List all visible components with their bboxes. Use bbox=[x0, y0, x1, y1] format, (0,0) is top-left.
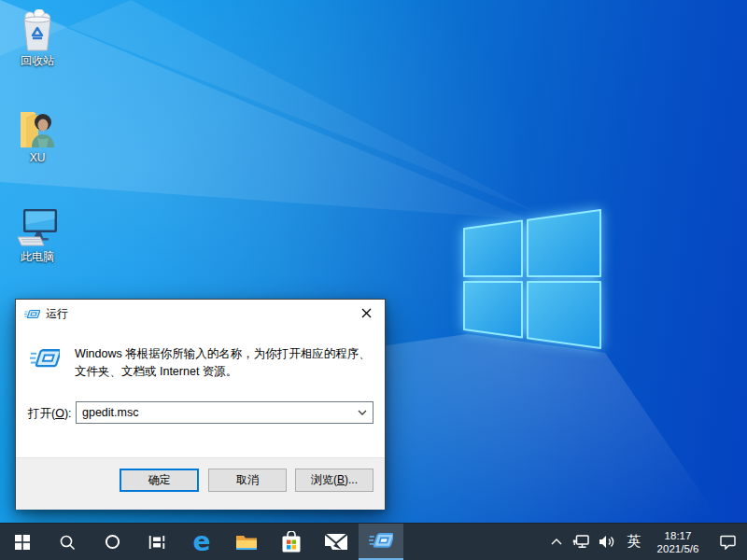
desktop-icon-label: 此电脑 bbox=[7, 250, 67, 263]
run-icon bbox=[30, 345, 60, 373]
run-dialog-description: Windows 将根据你所输入的名称，为你打开相应的程序、 文件夹、文档或 In… bbox=[75, 345, 377, 381]
file-explorer-icon bbox=[235, 533, 258, 552]
tray-time: 18:17 bbox=[665, 529, 692, 542]
description-line-2: 文件夹、文档或 Internet 资源。 bbox=[75, 363, 377, 381]
browse-button[interactable]: 浏览(B)... bbox=[295, 469, 374, 492]
action-center-icon bbox=[720, 535, 736, 550]
volume-icon bbox=[599, 535, 615, 549]
open-field-label: 打开(O): bbox=[28, 406, 72, 422]
run-dialog-titlebar[interactable]: 运行 bbox=[16, 300, 385, 328]
chevron-up-icon bbox=[551, 539, 562, 545]
tray-clock[interactable]: 18:17 2021/5/6 bbox=[648, 524, 708, 560]
desktop-icon-label: XU bbox=[7, 151, 67, 164]
start-button[interactable] bbox=[0, 524, 45, 560]
windows-desktop: 回收站 XU bbox=[0, 0, 747, 560]
ime-language-label: 英 bbox=[627, 533, 641, 551]
search-icon bbox=[59, 534, 76, 551]
edge-icon: e bbox=[193, 529, 211, 555]
open-label-suffix: ): bbox=[64, 407, 72, 420]
user-folder-icon bbox=[7, 106, 67, 149]
edge-button[interactable]: e bbox=[179, 524, 224, 560]
file-explorer-button[interactable] bbox=[224, 524, 269, 560]
tray-date: 2021/5/6 bbox=[657, 542, 699, 555]
taskbar: e bbox=[0, 523, 747, 560]
cortana-button[interactable] bbox=[90, 524, 134, 560]
desktop-icon-user-folder[interactable]: XU bbox=[7, 106, 67, 164]
network-icon bbox=[572, 535, 589, 549]
taskbar-run-app-button[interactable] bbox=[359, 524, 403, 560]
chevron-down-icon bbox=[358, 410, 367, 415]
run-app-icon bbox=[369, 530, 393, 553]
mail-button[interactable] bbox=[314, 524, 359, 560]
tray-show-hidden-icons-button[interactable] bbox=[545, 524, 568, 560]
ok-button[interactable]: 确定 bbox=[120, 469, 199, 492]
mail-icon bbox=[324, 533, 348, 551]
this-pc-icon bbox=[7, 205, 67, 248]
browse-label-prefix: 浏览( bbox=[311, 473, 337, 486]
run-dialog-title: 运行 bbox=[46, 306, 68, 322]
cancel-button[interactable]: 取消 bbox=[208, 469, 287, 492]
close-button[interactable] bbox=[347, 300, 385, 327]
open-label-mnemonic: O bbox=[55, 407, 64, 420]
run-dialog-footer: 确定 取消 浏览(B)... bbox=[16, 457, 385, 510]
system-tray: 英 18:17 2021/5/6 bbox=[545, 524, 747, 560]
run-dialog-title-icon bbox=[24, 307, 40, 321]
run-dialog: 运行 Windows 将根据你所输入的名称，为你打开相应的程序、 文件夹、文档或… bbox=[15, 299, 386, 510]
cortana-icon bbox=[105, 534, 120, 550]
open-label-prefix: 打开( bbox=[28, 407, 55, 420]
start-icon bbox=[15, 535, 30, 550]
store-button[interactable] bbox=[269, 524, 314, 560]
desktop-icon-label: 回收站 bbox=[7, 54, 67, 67]
tray-volume-button[interactable] bbox=[593, 524, 620, 560]
search-button[interactable] bbox=[45, 524, 90, 560]
recycle-bin-icon bbox=[7, 9, 67, 52]
desktop-icon-recycle-bin[interactable]: 回收站 bbox=[7, 9, 67, 67]
action-center-button[interactable] bbox=[708, 524, 747, 560]
close-icon bbox=[361, 308, 372, 318]
task-view-button[interactable] bbox=[134, 524, 179, 560]
tray-ime-indicator[interactable]: 英 bbox=[620, 524, 648, 560]
windows-logo-wallpaper bbox=[439, 182, 626, 369]
store-icon bbox=[280, 531, 303, 553]
task-view-icon bbox=[148, 535, 165, 550]
open-combobox bbox=[76, 401, 374, 424]
browse-label-suffix: )... bbox=[345, 473, 358, 486]
combobox-dropdown-button[interactable] bbox=[352, 402, 373, 423]
tray-network-button[interactable] bbox=[568, 524, 593, 560]
desktop-icon-this-pc[interactable]: 此电脑 bbox=[7, 205, 67, 263]
open-input[interactable] bbox=[77, 406, 352, 419]
description-line-1: Windows 将根据你所输入的名称，为你打开相应的程序、 bbox=[75, 345, 377, 363]
browse-label-mnemonic: B bbox=[337, 473, 345, 486]
